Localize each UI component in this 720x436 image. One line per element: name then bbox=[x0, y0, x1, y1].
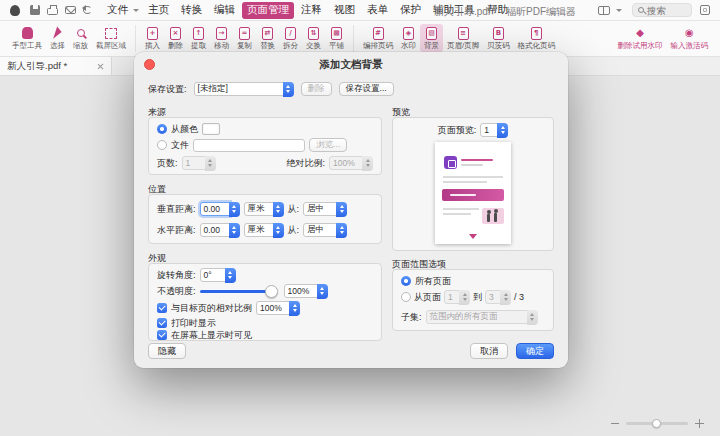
menu-form[interactable]: 表单 bbox=[362, 2, 393, 19]
ribbon-item-watermark[interactable]: ◈ 水印 bbox=[397, 24, 420, 52]
ribbon-item-replace[interactable]: ⇄ 替换 bbox=[256, 24, 279, 52]
apple-menu-icon[interactable] bbox=[10, 5, 20, 16]
show-on-screen-checkbox[interactable] bbox=[157, 330, 167, 340]
ok-button[interactable]: 确定 bbox=[516, 343, 554, 359]
rotation-value: 0° bbox=[200, 268, 226, 282]
saved-settings-combo[interactable]: [未指定] bbox=[194, 82, 294, 96]
ribbon-item-delete[interactable]: × 删除 bbox=[164, 24, 187, 52]
color-well[interactable] bbox=[202, 123, 220, 135]
undo-icon[interactable] bbox=[83, 6, 92, 14]
cancel-button[interactable]: 取消 bbox=[470, 343, 508, 359]
app-logo-icon bbox=[444, 156, 457, 169]
ribbon-group-page-marks: # 编排页码 ◈ 水印 ▨ 背景 ≡ 页眉/页脚 B 贝茨码 ¶ 格式化页码 bbox=[359, 24, 559, 52]
show-when-print-checkbox[interactable] bbox=[157, 318, 167, 328]
fullscreen-icon[interactable] bbox=[700, 5, 710, 15]
page-preview-stepper[interactable]: 1 bbox=[480, 123, 508, 137]
pages-stepper[interactable]: 1 bbox=[182, 156, 216, 170]
horizontal-distance-label: 水平距离: bbox=[157, 224, 196, 237]
document-tab-label: 新人引导.pdf * bbox=[7, 60, 67, 73]
ribbon-item-move[interactable]: → 移动 bbox=[210, 24, 233, 52]
search-input[interactable] bbox=[647, 5, 683, 16]
vertical-unit-value: 厘米 bbox=[244, 202, 274, 216]
vertical-distance-stepper[interactable]: 0.00 bbox=[200, 202, 240, 216]
menu-convert[interactable]: 转换 bbox=[176, 2, 207, 19]
save-icon[interactable] bbox=[30, 5, 40, 15]
pages-label: 页数: bbox=[157, 157, 178, 170]
remove-trial-watermark-icon: ◆ bbox=[636, 27, 644, 39]
close-icon[interactable] bbox=[97, 63, 104, 70]
stepper-arrows-icon bbox=[500, 290, 511, 305]
menu-home[interactable]: 主页 bbox=[143, 2, 174, 19]
document-tab[interactable]: 新人引导.pdf * bbox=[0, 57, 112, 75]
vertical-from-combo[interactable]: 居中 bbox=[303, 202, 347, 216]
ribbon-item-page-number[interactable]: # 编排页码 bbox=[359, 24, 397, 52]
all-pages-radio[interactable] bbox=[401, 276, 411, 286]
horizontal-distance-stepper[interactable]: 0.00 bbox=[200, 223, 240, 237]
zoom-slider[interactable] bbox=[626, 422, 688, 425]
vertical-unit-combo[interactable]: 厘米 bbox=[244, 202, 284, 216]
divider bbox=[135, 25, 136, 52]
ribbon-item-activation-code[interactable]: ◉ 输入激活码 bbox=[667, 24, 713, 52]
ribbon-item-copy[interactable]: = 复制 bbox=[233, 24, 256, 52]
browse-button[interactable]: 浏览... bbox=[309, 138, 347, 152]
from-file-radio[interactable] bbox=[157, 140, 167, 150]
horizontal-unit-combo[interactable]: 厘米 bbox=[244, 223, 284, 237]
relative-scale-checkbox[interactable] bbox=[157, 303, 167, 313]
zoom-out-icon[interactable] bbox=[611, 423, 619, 425]
print-icon[interactable] bbox=[47, 8, 58, 15]
menu-protect[interactable]: 保护 bbox=[395, 2, 426, 19]
from-page-stepper[interactable]: 1 bbox=[444, 290, 470, 304]
total-pages-label: / 3 bbox=[514, 292, 524, 302]
delete-setting-button[interactable]: 删除 bbox=[301, 82, 332, 96]
absolute-scale-stepper[interactable]: 100% bbox=[329, 156, 373, 170]
hide-button[interactable]: 隐藏 bbox=[148, 343, 186, 359]
menu-edit[interactable]: 编辑 bbox=[209, 2, 240, 19]
ribbon-item-background[interactable]: ▨ 背景 bbox=[420, 24, 443, 52]
ribbon-item-zoom[interactable]: 缩放 bbox=[69, 24, 92, 52]
ribbon-item-tile[interactable]: ▦ 平铺 bbox=[325, 24, 348, 52]
ribbon-item-split[interactable]: / 拆分 bbox=[279, 24, 302, 52]
ribbon-item-hand-tool[interactable]: 手型工具 bbox=[8, 24, 46, 52]
save-settings-label: 保存设置: bbox=[148, 83, 187, 96]
subset-combo[interactable]: 范围内的所有页面 bbox=[426, 310, 538, 324]
rotation-stepper[interactable]: 0° bbox=[200, 268, 236, 282]
ribbon-item-format-page-number[interactable]: ¶ 格式化页码 bbox=[514, 24, 560, 52]
bates-number-icon: B bbox=[493, 27, 504, 40]
opacity-stepper[interactable]: 100% bbox=[284, 284, 328, 298]
opacity-slider[interactable] bbox=[200, 290, 276, 293]
hand-tool-icon bbox=[22, 27, 33, 39]
ribbon-item-swap[interactable]: ⇅ 交换 bbox=[302, 24, 325, 52]
ribbon-item-select[interactable]: 选择 bbox=[46, 24, 69, 52]
page-preview-label: 页面预览: bbox=[438, 124, 477, 137]
ribbon-item-insert[interactable]: + 插入 bbox=[141, 24, 164, 52]
ribbon-item-label: 删除试用水印 bbox=[618, 42, 663, 50]
ribbon-item-remove-trial-watermark[interactable]: ◆ 删除试用水印 bbox=[614, 24, 667, 52]
chevron-down-icon[interactable] bbox=[616, 9, 622, 12]
relative-scale-stepper[interactable]: 100% bbox=[256, 301, 300, 315]
ribbon-item-bates[interactable]: B 贝茨码 bbox=[483, 24, 514, 52]
menu-comment[interactable]: 注释 bbox=[296, 2, 327, 19]
menu-view[interactable]: 视图 bbox=[329, 2, 360, 19]
email-icon[interactable] bbox=[65, 6, 76, 14]
page-range-radio[interactable] bbox=[401, 292, 411, 302]
figure-icon bbox=[487, 214, 490, 222]
search-icon bbox=[638, 7, 644, 13]
from-color-radio[interactable] bbox=[157, 124, 167, 134]
menu-page-management[interactable]: 页面管理 bbox=[242, 2, 294, 19]
show-on-screen-label: 在屏幕上显示时可见 bbox=[171, 329, 252, 342]
watermark-icon: ◈ bbox=[403, 27, 414, 40]
to-page-stepper[interactable]: 3 bbox=[485, 290, 511, 304]
zoom-in-icon[interactable] bbox=[695, 419, 704, 428]
relative-scale-value: 100% bbox=[256, 301, 290, 315]
zoom-slider-knob[interactable] bbox=[652, 419, 661, 428]
menu-file[interactable]: 文件 bbox=[102, 2, 133, 19]
pages-value: 1 bbox=[182, 156, 206, 170]
search-box[interactable] bbox=[632, 3, 692, 17]
ribbon-item-header-footer[interactable]: ≡ 页眉/页脚 bbox=[443, 24, 483, 52]
horizontal-from-combo[interactable]: 居中 bbox=[303, 223, 347, 237]
layout-icon[interactable] bbox=[598, 6, 610, 15]
save-setting-button[interactable]: 保存设置... bbox=[339, 82, 394, 96]
ribbon-item-extract[interactable]: ↑ 提取 bbox=[187, 24, 210, 52]
ribbon-item-snapshot[interactable]: 截屏区域 bbox=[92, 24, 130, 52]
file-path-input[interactable] bbox=[193, 139, 305, 152]
